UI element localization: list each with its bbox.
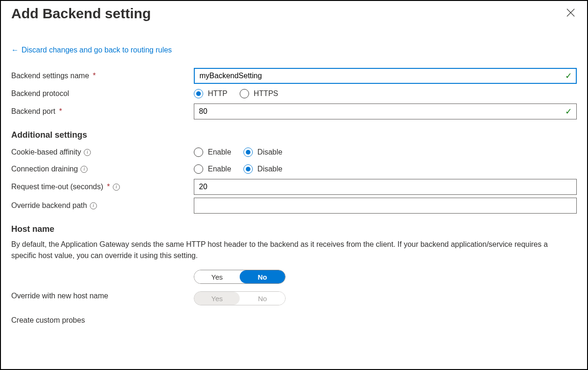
close-icon[interactable]: [566, 5, 577, 19]
override-host-disabled-no: No: [240, 292, 285, 305]
override-new-host-label: Override with new host name: [11, 270, 194, 305]
override-backend-path-label: Override backend path i: [11, 201, 194, 210]
override-backend-path-input[interactable]: [194, 198, 577, 214]
cookie-affinity-label: Cookie-based affinity i: [11, 148, 194, 156]
backend-port-input[interactable]: [194, 104, 577, 119]
backend-port-label: Backend port*: [11, 107, 194, 116]
additional-settings-heading: Additional settings: [11, 130, 577, 140]
backend-settings-name-label: Backend settings name*: [11, 72, 194, 80]
create-custom-probes-label: Create custom probes: [11, 316, 194, 325]
cookie-affinity-disable-radio[interactable]: Disable: [243, 148, 282, 157]
override-host-no[interactable]: No: [240, 270, 285, 283]
info-icon[interactable]: i: [81, 166, 88, 173]
host-name-heading: Host name: [11, 224, 577, 234]
backend-protocol-label: Backend protocol: [11, 89, 194, 98]
host-name-description: By default, the Application Gateway send…: [11, 239, 564, 261]
connection-draining-label: Connection draining i: [11, 165, 194, 173]
info-icon[interactable]: i: [90, 202, 97, 209]
override-host-toggle: Yes No: [194, 270, 286, 284]
request-timeout-label: Request time-out (seconds)* i: [11, 183, 194, 191]
add-backend-setting-panel: Add Backend setting ← Discard changes an…: [0, 0, 588, 370]
request-timeout-input[interactable]: [194, 179, 577, 195]
info-icon[interactable]: i: [84, 149, 91, 156]
discard-back-link-label: Discard changes and go back to routing r…: [22, 46, 172, 54]
backend-settings-name-input[interactable]: [194, 68, 577, 84]
discard-back-link[interactable]: ← Discard changes and go back to routing…: [11, 46, 172, 54]
arrow-left-icon: ←: [11, 46, 19, 54]
protocol-https-radio[interactable]: HTTPS: [240, 89, 278, 98]
connection-draining-enable-radio[interactable]: Enable: [194, 164, 231, 174]
connection-draining-disable-radio[interactable]: Disable: [243, 164, 282, 174]
cookie-affinity-enable-radio[interactable]: Enable: [194, 148, 231, 157]
override-host-toggle-disabled: Yes No: [194, 291, 286, 305]
panel-title: Add Backend setting: [11, 6, 151, 22]
cookie-affinity-radio-group: Enable Disable: [194, 148, 282, 157]
backend-protocol-radio-group: HTTP HTTPS: [194, 89, 278, 98]
info-icon[interactable]: i: [113, 184, 120, 191]
protocol-http-radio[interactable]: HTTP: [194, 89, 228, 98]
override-host-disabled-yes: Yes: [194, 292, 240, 305]
override-host-yes[interactable]: Yes: [194, 270, 240, 283]
connection-draining-radio-group: Enable Disable: [194, 164, 282, 174]
